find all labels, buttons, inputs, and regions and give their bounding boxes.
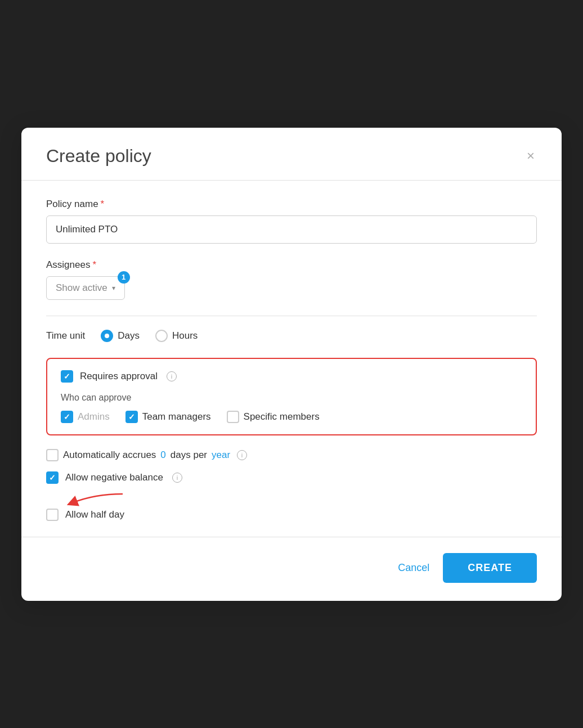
team-managers-checkbox[interactable] — [125, 411, 138, 423]
hours-radio-option[interactable]: Hours — [155, 330, 198, 342]
allow-negative-balance-info-icon: i — [172, 473, 182, 483]
auto-accrues-per: days per — [171, 450, 207, 461]
auto-accrues-checkbox[interactable] — [46, 449, 59, 461]
time-unit-row: Time unit Days Hours — [46, 330, 537, 342]
dropdown-arrow-icon: ▾ — [112, 284, 115, 292]
allow-half-day-checkbox[interactable] — [46, 509, 59, 521]
show-active-dropdown[interactable]: 1 Show active ▾ — [46, 276, 125, 300]
days-label: Days — [118, 330, 140, 341]
policy-name-group: Policy name * — [46, 199, 537, 244]
time-unit-label: Time unit — [46, 330, 85, 341]
assignees-label: Assignees * — [46, 259, 537, 271]
days-radio-option[interactable]: Days — [101, 330, 140, 342]
assignees-row: 1 Show active ▾ — [46, 276, 537, 300]
auto-accrues-year[interactable]: year — [212, 450, 230, 461]
specific-members-checkbox[interactable] — [227, 411, 239, 423]
red-arrow-icon — [61, 489, 128, 507]
admins-checkbox[interactable] — [61, 411, 73, 423]
allow-negative-balance-checkbox[interactable] — [46, 471, 59, 484]
policy-name-label: Policy name * — [46, 199, 537, 210]
allow-negative-balance-row: Allow negative balance i — [46, 471, 537, 484]
who-can-approve-label: Who can approve — [61, 393, 522, 403]
policy-name-input[interactable] — [46, 215, 537, 244]
modal-header: Create policy × — [21, 128, 562, 180]
admins-option: Admins — [61, 411, 110, 423]
approval-section: Requires approval i Who can approve Admi… — [46, 358, 537, 435]
assignees-group: Assignees * 1 Show active ▾ — [46, 259, 537, 300]
admins-label: Admins — [78, 411, 110, 423]
auto-accrues-row: Automatically accrues 0 days per year i — [46, 449, 537, 461]
assignees-required: * — [92, 259, 96, 271]
team-managers-label: Team managers — [142, 411, 211, 423]
hours-radio-circle[interactable] — [155, 330, 168, 342]
allow-half-day-row: Allow half day — [46, 509, 537, 521]
modal-body: Policy name * Assignees * 1 Show active … — [21, 181, 562, 521]
assignees-badge: 1 — [118, 271, 130, 284]
auto-accrues-info-icon: i — [237, 450, 247, 460]
create-policy-modal: Create policy × Policy name * Assignees … — [21, 128, 562, 601]
auto-accrues-label: Automatically accrues — [63, 450, 156, 461]
auto-accrues-days[interactable]: 0 — [160, 450, 165, 461]
specific-members-label: Specific members — [244, 411, 320, 423]
hours-label: Hours — [172, 330, 198, 341]
approvers-row: Admins Team managers Specific members — [61, 411, 522, 423]
section-divider-1 — [46, 316, 537, 316]
requires-approval-info-icon: i — [167, 371, 177, 381]
show-active-label: Show active — [56, 282, 107, 294]
modal-footer: Cancel CREATE — [21, 537, 562, 601]
close-button[interactable]: × — [524, 147, 537, 165]
days-radio-circle[interactable] — [101, 330, 113, 342]
create-button[interactable]: CREATE — [443, 553, 537, 583]
cancel-button[interactable]: Cancel — [398, 562, 429, 574]
requires-approval-row: Requires approval i — [61, 370, 522, 383]
extra-options: Automatically accrues 0 days per year i … — [46, 449, 537, 521]
requires-approval-checkbox[interactable] — [61, 370, 73, 383]
modal-title: Create policy — [46, 146, 151, 167]
team-managers-option: Team managers — [125, 411, 211, 423]
allow-negative-balance-label: Allow negative balance — [65, 472, 163, 483]
specific-members-option: Specific members — [227, 411, 320, 423]
policy-name-required: * — [101, 199, 105, 210]
allow-half-day-label: Allow half day — [65, 509, 124, 520]
red-arrow-annotation — [61, 489, 537, 507]
requires-approval-label: Requires approval — [80, 371, 158, 382]
